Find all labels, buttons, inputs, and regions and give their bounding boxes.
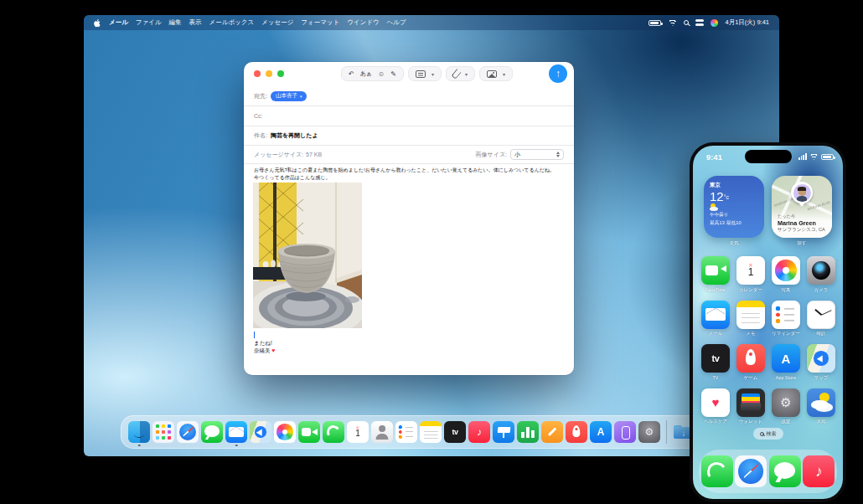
app-tv[interactable]: tvTV: [698, 344, 733, 381]
dock-item-messages[interactable]: [201, 421, 223, 443]
header-fields-button[interactable]: ▾: [408, 66, 442, 81]
spotlight-search-icon[interactable]: [684, 20, 689, 25]
messages-icon[interactable]: [769, 455, 801, 487]
menu-item-help[interactable]: ヘルプ: [387, 18, 406, 27]
minimize-button[interactable]: [266, 70, 272, 77]
pages-icon: [541, 421, 563, 443]
game-rocket-icon: [566, 421, 587, 443]
signature-line: 奈緒美 ♥: [254, 347, 275, 355]
app-label: マップ: [814, 375, 829, 381]
dock-item-safari[interactable]: [177, 421, 199, 443]
heart-icon: ♥: [271, 347, 275, 353]
app-maps[interactable]: マップ: [804, 344, 839, 381]
app-reminders[interactable]: リマインダー: [768, 301, 804, 337]
iphone-status-icons: [798, 153, 834, 160]
menu-item-mailbox[interactable]: メールボックス: [209, 18, 255, 27]
screenshot-canvas: メール ファイル 編集 表示 メールボックス メッセージ フォーマット ウインド…: [0, 0, 863, 504]
menu-item-window[interactable]: ウインドウ: [347, 18, 379, 27]
dock-item-mail[interactable]: [225, 421, 247, 443]
dock-item-reminders[interactable]: [395, 421, 417, 443]
cc-field[interactable]: Cc:: [244, 106, 574, 126]
subject-field[interactable]: 件名: 陶芸を再開したよ: [244, 126, 574, 146]
chevron-down-icon: ▾: [300, 94, 302, 99]
app-wallet[interactable]: ウォレット: [733, 388, 768, 425]
menu-item-file[interactable]: ファイル: [136, 18, 162, 27]
music-note-glyph: ♪: [477, 426, 482, 438]
app-photos[interactable]: 写真: [768, 256, 804, 293]
dock-item-app-store[interactable]: A: [590, 421, 612, 443]
safari-icon[interactable]: [735, 455, 767, 487]
menu-item-mail[interactable]: メール: [109, 18, 128, 27]
message-size-value: 57 KB: [306, 152, 322, 157]
to-field[interactable]: 宛先: 山本杏子 ▾: [244, 86, 574, 106]
findmy-widget[interactable]: MARINA GREEN DR MARINA BLVD たった今 Marina …: [772, 176, 832, 238]
recipient-token[interactable]: 山本杏子 ▾: [271, 91, 307, 101]
dock-item-phone[interactable]: [323, 421, 344, 443]
dock-item-calendar[interactable]: 火1: [347, 421, 369, 443]
dock-item-apple-tv[interactable]: tv: [444, 421, 466, 443]
markup-icon[interactable]: ✎: [390, 70, 396, 78]
dock-item-keynote[interactable]: [493, 421, 514, 443]
apple-menu-icon[interactable]: [94, 18, 101, 28]
app-label: 天気: [817, 419, 826, 424]
body-line-1: お母さん元気?私はこの夏また陶芸を始めました!お母さんから教わったこと、だいたい…: [254, 167, 566, 174]
dock-item-iphone-mirroring[interactable]: [614, 421, 636, 443]
siri-icon[interactable]: [711, 19, 718, 27]
app-facetime[interactable]: FaceTime: [698, 256, 733, 293]
app-notes[interactable]: メモ: [733, 301, 768, 337]
dock-item-facetime[interactable]: [298, 421, 320, 443]
dock-item-notes[interactable]: [420, 421, 442, 443]
facetime-icon: [298, 421, 320, 443]
app-mail[interactable]: メール: [698, 301, 733, 337]
undo-icon[interactable]: ↶: [349, 70, 354, 78]
weather-widget[interactable]: 東京 12°c やや曇り 最高13 最低10: [704, 176, 764, 238]
control-center-icon[interactable]: [695, 19, 704, 26]
emoji-icon[interactable]: ☺: [378, 70, 385, 78]
reminders-icon: [772, 301, 800, 329]
menu-item-edit[interactable]: 編集: [169, 18, 182, 27]
menu-bar-clock[interactable]: 4月1日(火) 9:41: [725, 18, 769, 27]
app-weather[interactable]: 天気: [804, 388, 839, 425]
app-calendar[interactable]: 火1カレンダー: [733, 256, 768, 293]
signature-block[interactable]: またね! 奈緒美 ♥: [254, 339, 275, 355]
findmy-widget-caption: 探す: [772, 240, 832, 246]
chevron-down-icon: ▾: [465, 71, 468, 77]
memoji-avatar: [793, 184, 811, 202]
dock-item-finder[interactable]: [128, 421, 150, 443]
chevron-down-icon: ▾: [432, 71, 434, 77]
dock-item-pages[interactable]: [541, 421, 563, 443]
battery-icon[interactable]: [649, 20, 661, 26]
image-size-select[interactable]: 小: [510, 149, 564, 160]
pottery-photo-attachment[interactable]: [253, 183, 362, 328]
message-size-label: メッセージサイズ:: [254, 151, 303, 159]
message-body[interactable]: お母さん元気?私はこの夏また陶芸を始めました!お母さんから教わったこと、だいたい…: [254, 167, 566, 183]
dock-item-music[interactable]: ♪: [468, 421, 490, 443]
app-camera[interactable]: カメラ: [804, 256, 839, 293]
dock-item-contacts[interactable]: [371, 421, 393, 443]
send-button[interactable]: ↑: [549, 64, 567, 83]
notes-icon: [736, 301, 765, 329]
music-icon[interactable]: ♪: [803, 455, 835, 487]
dock-item-numbers[interactable]: [517, 421, 539, 443]
dock-item-arcade[interactable]: [566, 421, 587, 443]
phone-icon[interactable]: [701, 455, 733, 487]
menu-item-format[interactable]: フォーマット: [301, 18, 339, 27]
close-button[interactable]: [254, 70, 261, 77]
photo-browser-button[interactable]: ▾: [479, 66, 513, 81]
app-clock[interactable]: 時計: [804, 301, 839, 337]
home-search-pill[interactable]: 検索: [753, 428, 783, 440]
menu-item-view[interactable]: 表示: [189, 18, 202, 27]
zoom-button[interactable]: [277, 70, 284, 77]
dock-item-photos[interactable]: [274, 421, 296, 443]
app-health[interactable]: ♥ヘルスケア: [698, 388, 733, 425]
app-app-store[interactable]: AApp Store: [768, 344, 804, 381]
dock-item-maps[interactable]: [250, 421, 271, 443]
app-games[interactable]: ゲーム: [733, 344, 768, 381]
app-settings[interactable]: ⚙設定: [768, 388, 804, 425]
format-text-icon[interactable]: あぁ: [360, 69, 372, 78]
attach-button[interactable]: ▾: [446, 66, 475, 81]
menu-item-message[interactable]: メッセージ: [261, 18, 293, 27]
dock-item-launchpad[interactable]: [152, 421, 174, 443]
dock-item-system-settings[interactable]: ⚙: [638, 421, 660, 443]
wifi-icon[interactable]: [668, 19, 677, 26]
